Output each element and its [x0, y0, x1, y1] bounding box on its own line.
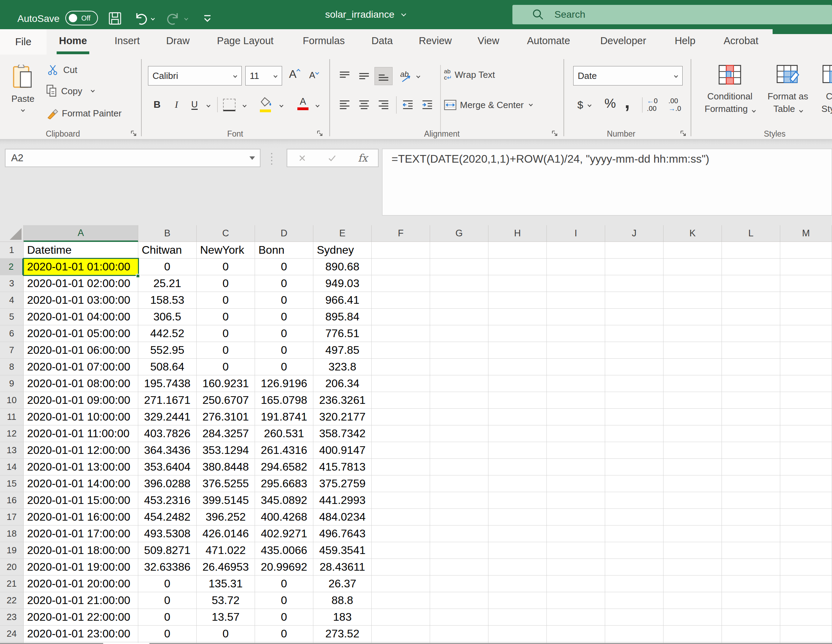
- cell-M19[interactable]: [780, 542, 832, 559]
- cell-B11[interactable]: 329.2441: [138, 409, 197, 425]
- cell-L2[interactable]: [722, 259, 780, 275]
- number-dialog-launcher-icon[interactable]: [680, 130, 687, 137]
- cell-M24[interactable]: [780, 626, 832, 642]
- format-painter-button[interactable]: Format Painter: [46, 107, 122, 119]
- formula-bar-handle[interactable]: [271, 153, 272, 165]
- cell-J5[interactable]: [605, 309, 664, 325]
- cell-A17[interactable]: 2020-01-01 16:00:00: [24, 509, 138, 525]
- cell-K3[interactable]: [664, 275, 722, 292]
- cell-B16[interactable]: 453.2316: [138, 492, 197, 509]
- align-top-button[interactable]: [336, 67, 354, 85]
- cell-K6[interactable]: [664, 325, 722, 342]
- cell-M9[interactable]: [780, 375, 832, 392]
- column-header-F[interactable]: F: [372, 225, 430, 242]
- cell-C23[interactable]: 13.57: [197, 609, 255, 626]
- cell-D16[interactable]: 345.0892: [255, 492, 314, 509]
- cell-H7[interactable]: [488, 342, 547, 359]
- cell-M10[interactable]: [780, 392, 832, 409]
- cell-A13[interactable]: 2020-01-01 12:00:00: [24, 442, 138, 459]
- row-header-2[interactable]: 2: [0, 259, 24, 275]
- cell-C17[interactable]: 396.252: [197, 509, 255, 525]
- cell-I5[interactable]: [547, 309, 605, 325]
- cell-F21[interactable]: [372, 575, 430, 592]
- increase-font-button[interactable]: A: [289, 68, 300, 81]
- row-header-19[interactable]: 19: [0, 542, 24, 559]
- tab-formulas[interactable]: Formulas: [303, 29, 345, 52]
- cell-E21[interactable]: 26.37: [314, 575, 372, 592]
- cell-E16[interactable]: 441.2993: [314, 492, 372, 509]
- tab-review[interactable]: Review: [419, 29, 451, 52]
- cell-J19[interactable]: [605, 542, 664, 559]
- cell-J17[interactable]: [605, 509, 664, 525]
- font-dialog-launcher-icon[interactable]: [316, 130, 324, 137]
- cell-L12[interactable]: [722, 425, 780, 442]
- cell-K16[interactable]: [664, 492, 722, 509]
- tab-data[interactable]: Data: [371, 29, 392, 52]
- row-header-17[interactable]: 17: [0, 509, 24, 525]
- row-header-20[interactable]: 20: [0, 559, 24, 575]
- cell-D3[interactable]: 0: [255, 275, 314, 292]
- cell-M23[interactable]: [780, 609, 832, 626]
- cell-J11[interactable]: [605, 409, 664, 425]
- cell-B22[interactable]: 0: [138, 592, 197, 609]
- cancel-icon[interactable]: [298, 154, 307, 163]
- tab-help[interactable]: Help: [675, 29, 696, 52]
- row-header-18[interactable]: 18: [0, 525, 24, 542]
- cell-A10[interactable]: 2020-01-01 09:00:00: [24, 392, 138, 409]
- cell-B9[interactable]: 195.7438: [138, 375, 197, 392]
- row-header-11[interactable]: 11: [0, 409, 24, 425]
- align-right-button[interactable]: [374, 96, 392, 114]
- cell-G8[interactable]: [430, 359, 488, 375]
- cell-B7[interactable]: 552.95: [138, 342, 197, 359]
- cell-K12[interactable]: [664, 425, 722, 442]
- cell-E13[interactable]: 400.9147: [314, 442, 372, 459]
- cell-J2[interactable]: [605, 259, 664, 275]
- cell-L23[interactable]: [722, 609, 780, 626]
- cell-A15[interactable]: 2020-01-01 14:00:00: [24, 476, 138, 492]
- cell-D23[interactable]: 0: [255, 609, 314, 626]
- cell-B3[interactable]: 25.21: [138, 275, 197, 292]
- cell-M17[interactable]: [780, 509, 832, 525]
- cell-A23[interactable]: 2020-01-01 22:00:00: [24, 609, 138, 626]
- cell-D10[interactable]: 165.0798: [255, 392, 314, 409]
- cell-G7[interactable]: [430, 342, 488, 359]
- cell-L5[interactable]: [722, 309, 780, 325]
- cell-G3[interactable]: [430, 275, 488, 292]
- cell-J22[interactable]: [605, 592, 664, 609]
- cell-H22[interactable]: [488, 592, 547, 609]
- cell-H16[interactable]: [488, 492, 547, 509]
- cell-C18[interactable]: 426.0146: [197, 525, 255, 542]
- increase-indent-button[interactable]: [418, 96, 436, 114]
- row-header-15[interactable]: 15: [0, 476, 24, 492]
- cell-D6[interactable]: 0: [255, 325, 314, 342]
- cell-J4[interactable]: [605, 292, 664, 309]
- cell-K20[interactable]: [664, 559, 722, 575]
- cell-L9[interactable]: [722, 375, 780, 392]
- cell-B14[interactable]: 353.6404: [138, 459, 197, 476]
- orientation-button[interactable]: ab: [400, 69, 420, 83]
- cell-F16[interactable]: [372, 492, 430, 509]
- align-bottom-button[interactable]: [374, 67, 392, 85]
- cell-K18[interactable]: [664, 525, 722, 542]
- cell-C12[interactable]: 284.3257: [197, 425, 255, 442]
- cell-D18[interactable]: 402.9271: [255, 525, 314, 542]
- cell-L8[interactable]: [722, 359, 780, 375]
- cell-B10[interactable]: 271.1671: [138, 392, 197, 409]
- borders-dropdown-icon[interactable]: [243, 103, 246, 107]
- cell-I23[interactable]: [547, 609, 605, 626]
- cell-C13[interactable]: 353.1294: [197, 442, 255, 459]
- cell-B1[interactable]: Chitwan: [138, 242, 197, 259]
- cell-H4[interactable]: [488, 292, 547, 309]
- column-header-I[interactable]: I: [547, 225, 605, 242]
- cell-D15[interactable]: 295.6683: [255, 476, 314, 492]
- cell-G22[interactable]: [430, 592, 488, 609]
- row-header-5[interactable]: 5: [0, 309, 24, 325]
- borders-icon[interactable]: [223, 99, 235, 111]
- column-header-M[interactable]: M: [780, 225, 832, 242]
- cell-F22[interactable]: [372, 592, 430, 609]
- tab-developer[interactable]: Developer: [600, 29, 646, 52]
- cell-B17[interactable]: 454.2482: [138, 509, 197, 525]
- cell-D19[interactable]: 435.0066: [255, 542, 314, 559]
- cell-F18[interactable]: [372, 525, 430, 542]
- wrap-text-button[interactable]: ab c↵ Wrap Text: [444, 69, 495, 81]
